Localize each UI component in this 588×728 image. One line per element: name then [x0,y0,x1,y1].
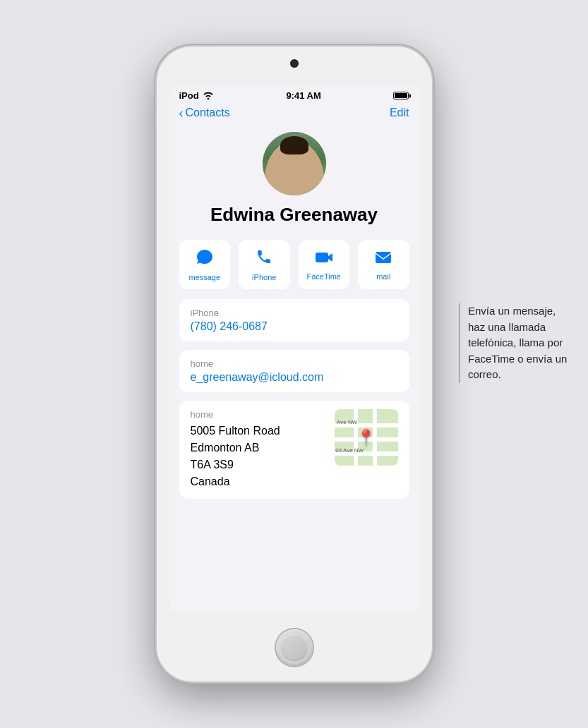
map-thumbnail[interactable]: Ave NW 03 Ave NW 📍 [335,409,398,466]
phone-label: iPhone [252,273,276,281]
annotation-text: Envía un mensaje, haz una llamada telefó… [459,303,575,383]
message-label: message [188,273,220,281]
phone-card-label: iPhone [191,308,398,318]
battery-icon [393,92,409,99]
avatar-section: Edwina Greenaway [169,125,419,236]
screen: iPod 9:41 AM [169,86,419,611]
scene: Envía un mensaje, haz una llamada telefó… [0,0,588,728]
address-line2: Edmonton AB [191,439,280,456]
mail-label: mail [376,272,390,281]
email-card-value[interactable]: e_greenaway@icloud.com [191,371,398,384]
address-card[interactable]: home 5005 Fulton Road Edmonton AB T6A 3S… [179,401,409,499]
avatar [263,132,326,195]
phone-card[interactable]: iPhone (780) 246-0687 [179,299,409,341]
phone-card-value[interactable]: (780) 246-0687 [191,320,398,333]
facetime-button[interactable]: FaceTime [299,240,350,289]
facetime-label: FaceTime [307,272,342,281]
wifi-icon [203,91,214,101]
phone-icon [256,248,272,269]
address-label: home [191,409,280,420]
map-pin-icon: 📍 [356,430,376,446]
email-card[interactable]: home e_greenaway@icloud.com [179,350,409,392]
device: iPod 9:41 AM [157,47,432,681]
action-buttons-row: message iPhone [169,236,419,299]
status-left: iPod [179,90,214,101]
avatar-image [263,132,326,195]
back-button[interactable]: ‹ Contacts [179,107,230,119]
address-line3: T6A 3S9 [191,456,280,473]
address-line1: 5005 Fulton Road [191,423,280,439]
map-grid: Ave NW 03 Ave NW 📍 [335,409,398,466]
mail-icon [374,249,392,269]
mail-button[interactable]: mail [358,240,409,289]
map-label: Ave NW [337,419,357,425]
svg-rect-1 [376,252,391,263]
message-icon [196,248,214,269]
svg-rect-0 [316,253,328,262]
home-button-inner [281,634,308,661]
contact-content: Edwina Greenaway message [169,125,419,611]
status-right [393,92,409,99]
carrier-label: iPod [179,90,199,101]
phone-button[interactable]: iPhone [239,240,290,289]
address-line4: Canada [191,473,280,490]
message-button[interactable]: message [179,240,231,289]
contact-name: Edwina Greenaway [210,204,378,226]
status-bar: iPod 9:41 AM [169,86,419,104]
edit-button[interactable]: Edit [390,107,409,119]
chevron-left-icon: ‹ [179,107,184,119]
home-button[interactable] [276,629,313,666]
battery-fill [395,93,407,98]
facetime-icon [314,249,334,269]
back-label: Contacts [186,107,230,119]
email-card-label: home [191,358,398,369]
status-time: 9:41 AM [286,90,320,101]
address-text: home 5005 Fulton Road Edmonton AB T6A 3S… [191,409,280,490]
nav-bar: ‹ Contacts Edit [169,104,419,125]
front-camera [290,59,299,68]
map-label: 03 Ave NW [335,447,364,454]
